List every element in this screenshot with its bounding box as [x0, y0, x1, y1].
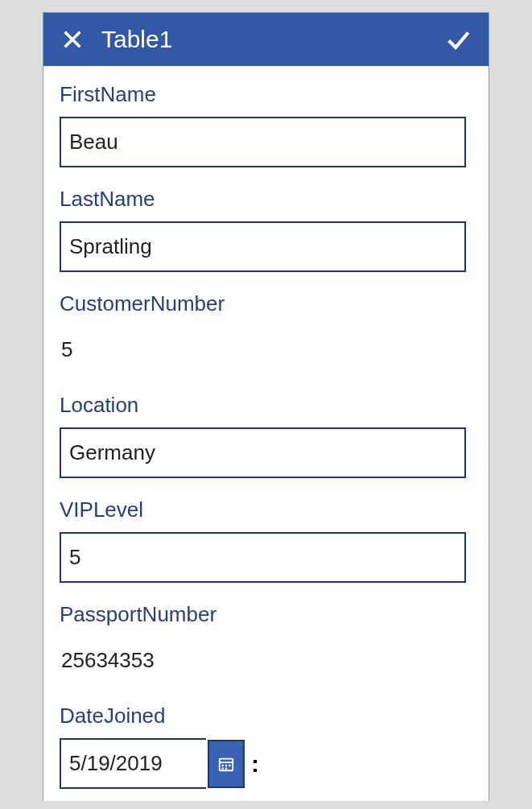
svg-rect-4	[222, 764, 224, 766]
close-icon	[61, 28, 84, 51]
input-lastname[interactable]	[60, 221, 466, 272]
time-separator: :	[251, 750, 259, 778]
label-customernumber: CustomerNumber	[60, 291, 477, 316]
label-viplevel: VIPLevel	[60, 497, 477, 522]
date-picker-button[interactable]	[208, 740, 245, 788]
input-location[interactable]	[60, 427, 466, 478]
svg-rect-6	[229, 764, 230, 766]
checkmark-icon	[444, 26, 472, 53]
close-button[interactable]	[58, 25, 87, 54]
label-firstname: FirstName	[60, 82, 477, 107]
input-datejoined[interactable]	[60, 738, 206, 789]
value-customernumber: 5	[60, 326, 466, 374]
date-row: :	[60, 738, 477, 789]
input-viplevel[interactable]	[60, 532, 466, 583]
svg-rect-5	[225, 764, 227, 766]
form-header: Table1	[43, 13, 489, 66]
form-panel: Table1 FirstName LastName CustomerNumber…	[43, 12, 489, 801]
form-scroll[interactable]: FirstName LastName CustomerNumber 5 Loca…	[43, 66, 489, 802]
label-location: Location	[60, 393, 477, 418]
submit-button[interactable]	[443, 25, 472, 54]
calendar-icon	[217, 755, 235, 773]
svg-rect-8	[225, 767, 227, 769]
form-title: Table1	[101, 26, 172, 53]
label-passportnumber: PassportNumber	[60, 602, 477, 627]
svg-rect-7	[222, 767, 224, 769]
label-datejoined: DateJoined	[60, 704, 477, 729]
header-left: Table1	[58, 25, 172, 54]
input-firstname[interactable]	[60, 117, 466, 167]
label-lastname: LastName	[60, 187, 477, 212]
value-passportnumber: 25634353	[60, 637, 466, 684]
